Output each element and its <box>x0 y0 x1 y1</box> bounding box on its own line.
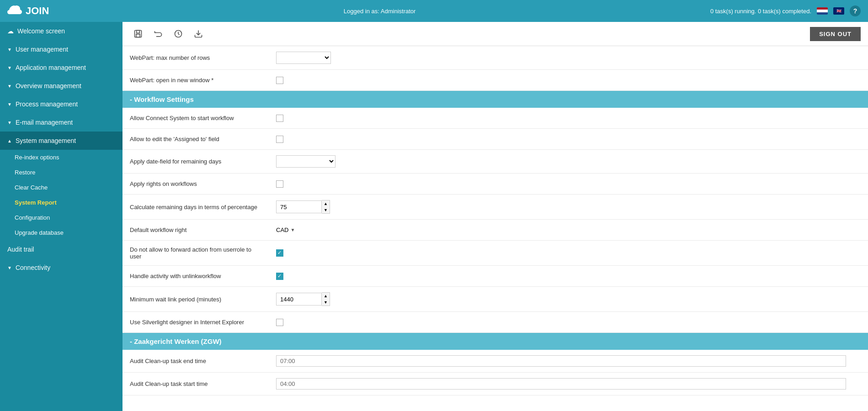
sidebar-item-application-management[interactable]: ▼ Application management <box>0 58 122 77</box>
sidebar-sub-clear-cache[interactable]: Clear Cache <box>0 180 122 195</box>
control-audit-cleanup-end[interactable] <box>269 353 868 369</box>
label-handle-activity: Handle activity with unlinkworkflow <box>122 271 269 281</box>
sidebar-item-audit-trail[interactable]: Audit trail <box>0 240 122 258</box>
sidebar-item-label: Audit trail <box>7 246 34 253</box>
form-row-allow-connect: Allow Connect System to start workflow <box>122 108 868 129</box>
sidebar-sub-configuration[interactable]: Configuration <box>0 210 122 225</box>
sidebar-item-overview-management[interactable]: ▼ Overview management <box>0 77 122 95</box>
label-calc-remaining: Calculate remaining days in terms of per… <box>122 202 269 212</box>
help-button[interactable]: ? <box>850 5 861 16</box>
allow-edit-assigned-checkbox[interactable] <box>276 136 283 143</box>
signout-button[interactable]: SIGN OUT <box>810 27 861 41</box>
control-min-wait[interactable]: ▲ ▼ <box>269 290 868 308</box>
calc-remaining-input[interactable] <box>276 200 322 213</box>
label-no-forward: Do not allow to forward action from user… <box>122 244 269 262</box>
label-webpart-rows: WebPart: max number of rows <box>122 53 269 63</box>
calc-remaining-spinner[interactable]: ▲ ▼ <box>276 200 330 214</box>
allow-connect-checkbox[interactable] <box>276 115 283 122</box>
sidebar-sub-restore[interactable]: Restore <box>0 165 122 180</box>
restore-button[interactable] <box>170 26 186 42</box>
default-workflow-right-dropdown[interactable]: CAD ▼ <box>276 227 295 233</box>
control-silverlight[interactable] <box>269 317 868 328</box>
no-forward-checkbox[interactable] <box>276 249 283 257</box>
control-handle-activity[interactable] <box>269 271 868 282</box>
sidebar-item-system-management[interactable]: ▲ System management <box>0 132 122 150</box>
apply-rights-checkbox[interactable] <box>276 180 283 188</box>
min-wait-spinner[interactable]: ▲ ▼ <box>276 292 330 306</box>
form-row-audit-cleanup-start: Audit Clean-up task start time <box>122 373 868 395</box>
sidebar-item-label: User management <box>16 46 68 53</box>
audit-cleanup-start-input[interactable] <box>276 378 846 390</box>
section-header-workflow: - Workflow Settings <box>122 91 868 108</box>
chevron-down-icon[interactable]: ▼ <box>290 227 295 232</box>
min-wait-down[interactable]: ▼ <box>322 299 330 306</box>
sidebar-sub-label: Configuration <box>15 214 50 221</box>
form-row-calc-remaining: Calculate remaining days in terms of per… <box>122 195 868 220</box>
svg-rect-1 <box>137 31 140 33</box>
apply-date-field-select[interactable] <box>276 155 335 168</box>
sidebar-item-user-management[interactable]: ▼ User management <box>0 40 122 58</box>
silverlight-checkbox[interactable] <box>276 319 283 326</box>
control-allow-edit-assigned[interactable] <box>269 134 868 145</box>
handle-activity-checkbox[interactable] <box>276 273 283 280</box>
topbar-right: 0 task(s) running. 0 task(s) completed. … <box>710 5 861 16</box>
control-calc-remaining[interactable]: ▲ ▼ <box>269 198 868 216</box>
sidebar-sub-label: System Report <box>15 199 57 206</box>
calc-remaining-spinner-btns[interactable]: ▲ ▼ <box>322 200 330 214</box>
chevron-down-icon: ▼ <box>7 120 12 125</box>
control-default-workflow-right[interactable]: CAD ▼ <box>269 225 868 235</box>
main-panel: SIGN OUT WebPart: max number of rows Web… <box>122 22 868 411</box>
control-allow-connect[interactable] <box>269 113 868 124</box>
chevron-down-icon: ▼ <box>7 65 12 70</box>
toolbar: SIGN OUT <box>122 22 868 46</box>
label-allow-edit-assigned: Allow to edit the 'Assigned to' field <box>122 134 269 144</box>
sidebar-sub-reindex[interactable]: Re-index options <box>0 150 122 165</box>
control-apply-rights[interactable] <box>269 179 868 190</box>
sidebar-item-label: Process management <box>16 100 78 108</box>
form-row-silverlight: Use Silverlight designer in Internet Exp… <box>122 312 868 333</box>
flag-nl-icon[interactable] <box>817 7 828 15</box>
undo-button[interactable] <box>150 26 166 42</box>
form-row-apply-date-field: Apply date-field for remaining days <box>122 150 868 174</box>
label-webpart-window: WebPart: open in new window * <box>122 75 269 85</box>
app-logo: JOIN <box>7 4 49 18</box>
control-audit-cleanup-start[interactable] <box>269 376 868 391</box>
calc-remaining-down[interactable]: ▼ <box>322 207 330 213</box>
min-wait-up[interactable]: ▲ <box>322 293 330 299</box>
topbar: JOIN Logged in as: Administrator 0 task(… <box>0 0 868 22</box>
sidebar-sub-label: Clear Cache <box>15 184 48 191</box>
label-silverlight: Use Silverlight designer in Internet Exp… <box>122 317 269 327</box>
sidebar: ☁ Welcome screen ▼ User management ▼ App… <box>0 22 122 411</box>
sidebar-sub-upgrade-database[interactable]: Upgrade database <box>0 225 122 240</box>
calc-remaining-up[interactable]: ▲ <box>322 200 330 207</box>
section-header-zgw: - Zaakgericht Werken (ZGW) <box>122 333 868 350</box>
label-apply-rights: Apply rights on workflows <box>122 179 269 189</box>
sidebar-item-welcome[interactable]: ☁ Welcome screen <box>0 22 122 40</box>
chevron-down-icon: ▼ <box>7 265 12 270</box>
webpart-window-checkbox[interactable] <box>276 77 283 84</box>
form-row-apply-rights: Apply rights on workflows <box>122 174 868 195</box>
audit-cleanup-end-input[interactable] <box>276 355 846 367</box>
min-wait-input[interactable] <box>276 293 322 306</box>
webpart-rows-select[interactable] <box>276 52 331 64</box>
flag-uk-icon[interactable]: 🇬🇧 <box>833 7 844 15</box>
sidebar-item-process-management[interactable]: ▼ Process management <box>0 95 122 113</box>
sidebar-item-email-management[interactable]: ▼ E-mail management <box>0 113 122 132</box>
form-area: WebPart: max number of rows WebPart: ope… <box>122 46 868 411</box>
control-apply-date-field[interactable] <box>269 153 868 169</box>
control-webpart-rows[interactable] <box>269 50 868 66</box>
min-wait-spinner-btns[interactable]: ▲ ▼ <box>322 292 330 306</box>
sidebar-sub-system-report[interactable]: System Report <box>0 195 122 210</box>
control-no-forward[interactable] <box>269 248 868 258</box>
sidebar-item-label: Welcome screen <box>17 27 65 35</box>
chevron-up-icon: ▲ <box>7 138 12 143</box>
control-webpart-window[interactable] <box>269 75 868 86</box>
sidebar-item-connectivity[interactable]: ▼ Connectivity <box>0 258 122 277</box>
form-row-webpart-window: WebPart: open in new window * <box>122 70 868 91</box>
label-audit-cleanup-end: Audit Clean-up task end time <box>122 356 269 366</box>
save-button[interactable] <box>130 26 146 42</box>
download-button[interactable] <box>190 26 207 42</box>
sidebar-item-label: Application management <box>16 64 86 71</box>
label-apply-date-field: Apply date-field for remaining days <box>122 156 269 167</box>
svg-rect-2 <box>136 34 140 37</box>
